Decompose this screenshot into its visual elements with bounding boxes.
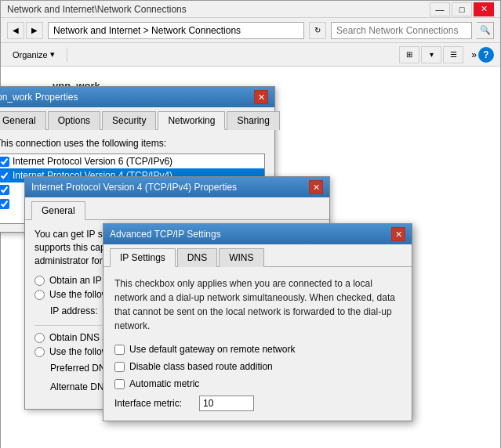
toolbar: Organize ▾ ⊞ ▾ ☰ » ? bbox=[1, 43, 500, 67]
search-input[interactable] bbox=[331, 22, 472, 39]
tab-options[interactable]: Options bbox=[48, 111, 100, 130]
use-following-dns-radio[interactable] bbox=[34, 347, 45, 357]
content-area: 🖥 vpn_work Disconnected WAN Miniport (IK… bbox=[1, 67, 500, 448]
interface-metric-label: Interface metric: bbox=[114, 398, 193, 409]
info-text: This checkbox only applies when you are … bbox=[114, 276, 401, 333]
use-following-radio[interactable] bbox=[34, 290, 45, 300]
explorer-close-button[interactable]: ✕ bbox=[474, 2, 494, 16]
auto-metric-label: Automatic metric bbox=[129, 378, 199, 389]
advanced-dialog-tabs: IP Settings DNS WINS bbox=[103, 244, 412, 267]
default-gateway-row[interactable]: Use default gateway on remote network bbox=[114, 344, 401, 355]
tab-security[interactable]: Security bbox=[102, 111, 156, 130]
address-bar: ◀ ▶ Network and Internet > Network Conne… bbox=[1, 18, 500, 43]
help-button[interactable]: ? bbox=[478, 47, 494, 63]
explorer-window: Network and Internet\Network Connections… bbox=[0, 0, 501, 448]
ipv4-dialog-close-button[interactable]: ✕ bbox=[309, 180, 323, 194]
search-icon: 🔍 bbox=[480, 25, 491, 35]
titlebar-buttons: — □ ✕ bbox=[430, 2, 494, 16]
organize-button[interactable]: Organize ▾ bbox=[7, 46, 60, 63]
more-icon: » bbox=[471, 49, 477, 60]
explorer-titlebar: Network and Internet\Network Connections… bbox=[1, 1, 500, 18]
disable-class-checkbox[interactable] bbox=[114, 362, 125, 372]
ipv4-dialog-title: Internet Protocol Version 4 (TCP/IPv4) P… bbox=[31, 182, 309, 193]
search-button[interactable]: 🔍 bbox=[477, 22, 494, 39]
ipv4-checkbox[interactable] bbox=[0, 171, 9, 181]
tab-ipv4-general[interactable]: General bbox=[31, 201, 85, 220]
advanced-dialog-title: Advanced TCP/IP Settings bbox=[110, 229, 391, 240]
refresh-button[interactable]: ↻ bbox=[309, 22, 326, 39]
tab-sharing[interactable]: Sharing bbox=[227, 111, 279, 130]
disable-class-row[interactable]: Disable class based route addition bbox=[114, 361, 401, 372]
list-item-ipv6[interactable]: Internet Protocol Version 6 (TCP/IPv6) bbox=[0, 154, 264, 168]
view-button-1[interactable]: ⊞ bbox=[399, 46, 419, 63]
interface-metric-input[interactable] bbox=[199, 396, 254, 411]
nav-buttons: ◀ ▶ bbox=[7, 22, 43, 39]
forward-button[interactable]: ▶ bbox=[26, 22, 43, 39]
tab-general[interactable]: General bbox=[0, 111, 46, 130]
item3-checkbox[interactable] bbox=[0, 185, 9, 195]
tab-dns[interactable]: DNS bbox=[177, 248, 217, 267]
ipv4-dialog-tabs: General bbox=[25, 197, 329, 220]
item3-label bbox=[13, 184, 15, 195]
item4-checkbox[interactable] bbox=[0, 199, 9, 209]
advanced-dialog-close-button[interactable]: ✕ bbox=[391, 227, 405, 241]
minimize-button[interactable]: — bbox=[430, 2, 450, 16]
view-button-3[interactable]: ☰ bbox=[443, 46, 463, 63]
tab-wins[interactable]: WINS bbox=[219, 248, 263, 267]
address-breadcrumb[interactable]: Network and Internet > Network Connectio… bbox=[48, 22, 304, 39]
item4-label bbox=[13, 198, 15, 209]
interface-metric-row: Interface metric: bbox=[114, 396, 401, 411]
advanced-dialog-content: This checkbox only applies when you are … bbox=[103, 267, 412, 421]
breadcrumb-text: Network and Internet > Network Connectio… bbox=[53, 25, 241, 36]
ipv6-label: Internet Protocol Version 6 (TCP/IPv6) bbox=[13, 156, 172, 167]
view-button-2[interactable]: ▾ bbox=[421, 46, 441, 63]
disable-class-label: Disable class based route addition bbox=[129, 361, 273, 372]
default-gateway-checkbox[interactable] bbox=[114, 345, 125, 355]
obtain-dns-auto-radio[interactable] bbox=[34, 333, 45, 343]
items-list-label: This connection uses the following items… bbox=[0, 138, 265, 149]
obtain-auto-radio[interactable] bbox=[34, 276, 45, 286]
toolbar-separator bbox=[67, 48, 67, 62]
organize-dropdown-icon: ▾ bbox=[50, 49, 55, 60]
maximize-button[interactable]: □ bbox=[452, 2, 472, 16]
explorer-title: Network and Internet\Network Connections bbox=[7, 4, 430, 15]
vpn-dialog-close-button[interactable]: ✕ bbox=[254, 90, 268, 104]
tab-ip-settings[interactable]: IP Settings bbox=[110, 248, 176, 267]
auto-metric-row[interactable]: Automatic metric bbox=[114, 378, 401, 389]
tab-networking[interactable]: Networking bbox=[158, 111, 225, 130]
auto-metric-checkbox[interactable] bbox=[114, 379, 125, 389]
organize-label: Organize bbox=[13, 50, 48, 60]
vpn-dialog-titlebar: vpn_work Properties ✕ bbox=[0, 87, 274, 107]
advanced-tcpip-dialog: Advanced TCP/IP Settings ✕ IP Settings D… bbox=[103, 223, 412, 421]
vpn-dialog-tabs: General Options Security Networking Shar… bbox=[0, 107, 274, 130]
toolbar-icons: ⊞ ▾ ☰ » ? bbox=[399, 46, 494, 63]
default-gateway-label: Use default gateway on remote network bbox=[129, 344, 295, 355]
ipv6-checkbox[interactable] bbox=[0, 157, 9, 167]
vpn-dialog-title: vpn_work Properties bbox=[0, 92, 254, 103]
advanced-dialog-titlebar: Advanced TCP/IP Settings ✕ bbox=[103, 224, 412, 244]
back-button[interactable]: ◀ bbox=[7, 22, 24, 39]
ipv4-dialog-titlebar: Internet Protocol Version 4 (TCP/IPv4) P… bbox=[25, 177, 329, 197]
